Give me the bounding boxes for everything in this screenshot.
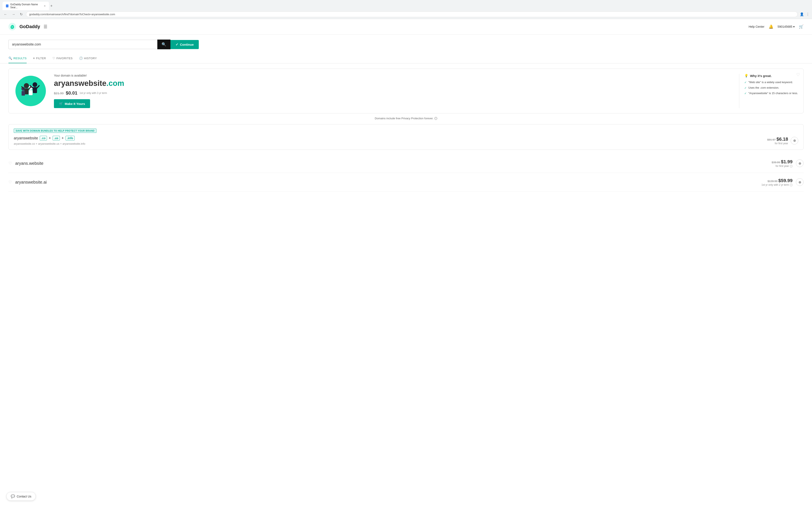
why-reason-1: "Web site" is a widely used keyword. xyxy=(748,80,793,84)
back-button[interactable]: ← xyxy=(3,12,8,17)
why-great-panel: 💡 Why it's great. ✓ "Web site" is a wide… xyxy=(739,74,798,108)
browser-nav: ← → ↻ godaddy.com/domainsearch/find?doma… xyxy=(3,11,809,17)
continue-label: Continue xyxy=(180,43,194,46)
godaddy-logo-text: GoDaddy xyxy=(19,24,40,30)
bundle-row: aryanswebsite .co + .us + .info aryanswe… xyxy=(14,136,798,145)
filter-tab-icon: ≡ xyxy=(33,56,35,60)
list-price-row-2: $139.99 $59.99 xyxy=(761,178,793,183)
search-bar: 🔍 ✓ Continue xyxy=(8,40,199,49)
bundle-orig-price: $91.97 $6.18 xyxy=(767,136,788,142)
results-tab-icon: 🔍 xyxy=(8,56,12,60)
why-great-title: 💡 Why it's great. xyxy=(744,74,798,77)
svg-point-4 xyxy=(33,82,37,87)
make-it-yours-label: Make It Yours xyxy=(65,102,85,106)
cart-icon[interactable]: 🛒 xyxy=(799,24,804,29)
bundle-tld-3: .info xyxy=(66,136,75,140)
help-center-link[interactable]: Help Center xyxy=(749,25,764,29)
list-fav-btn-1[interactable]: ♡ xyxy=(8,161,12,166)
list-domain-name-1: aryans.website xyxy=(15,161,771,166)
bundle-plus-2: + xyxy=(62,136,64,140)
new-tab-button[interactable]: + xyxy=(50,4,53,8)
lightbulb-icon: 💡 xyxy=(744,74,748,77)
privacy-note-text: Domains include free Privacy Protection … xyxy=(375,117,433,120)
list-pricing-2: $139.99 $59.99 1st yr only with 2 yr ter… xyxy=(761,178,793,186)
list-cart-btn-2[interactable]: ⊕ xyxy=(796,178,804,186)
browser-tabs: GoDaddy Domain Name Sear... ✕ + xyxy=(3,2,809,10)
domain-name-display: aryanswebsite.com xyxy=(54,79,739,88)
header-right: Help Center 🔔 590145685 ▾ 🛒 xyxy=(749,24,804,29)
why-reason-2: Uses the .com extension. xyxy=(748,86,779,89)
search-section: 🔍 ✓ Continue xyxy=(0,35,812,49)
list-domain-name-2: aryanswebsite.ai xyxy=(15,180,761,185)
list-period-1: for first year i xyxy=(771,165,793,168)
tabs-nav: 🔍 RESULTS ≡ FILTER ♡ FAVORITES 🕐 HISTORY xyxy=(0,54,812,63)
main-content: ♡ Your domain is avail xyxy=(0,63,812,197)
why-item-1: ✓ "Web site" is a widely used keyword. xyxy=(744,80,798,84)
godaddy-logo-icon xyxy=(8,23,16,31)
sale-price: $0.01 xyxy=(66,90,77,96)
list-pricing-1: $39.99 $1.99 for first year i xyxy=(771,159,793,168)
list-item-aryans-website: ♡ aryans.website $39.99 $1.99 for first … xyxy=(8,154,804,173)
bundle-subtext: aryanswebsite.co + aryanswebsite.us + ar… xyxy=(14,142,85,145)
bundle-cart-icon: ⊕ xyxy=(793,138,796,143)
address-bar[interactable]: godaddy.com/domainsearch/find?domainToCh… xyxy=(26,11,798,17)
pricing-row: $21.99 $0.01 1st yr only with 3 yr term xyxy=(54,90,739,96)
notifications-icon[interactable]: 🔔 xyxy=(769,24,773,29)
tab-results[interactable]: 🔍 RESULTS xyxy=(8,54,27,63)
reload-button[interactable]: ↻ xyxy=(19,11,24,17)
bundle-add-to-cart-button[interactable]: ⊕ xyxy=(791,137,798,145)
list-fav-btn-2[interactable]: ♡ xyxy=(8,180,12,184)
forward-button[interactable]: → xyxy=(11,12,16,17)
bundle-pricing: $91.97 $6.18 for first year xyxy=(767,136,788,145)
list-item-aryanswebsite-ai: ♡ aryanswebsite.ai $139.99 $59.99 1st yr… xyxy=(8,173,804,191)
svg-point-2 xyxy=(24,83,29,88)
list-period-2: 1st yr only with 2 yr term i xyxy=(761,183,793,186)
search-button[interactable]: 🔍 xyxy=(157,40,171,49)
tab-close-btn[interactable]: ✕ xyxy=(44,5,46,7)
profile-button[interactable]: 👤 xyxy=(800,12,804,16)
list-info-icon-2[interactable]: i xyxy=(790,184,793,186)
account-number: 590145685 xyxy=(777,25,792,29)
active-tab[interactable]: GoDaddy Domain Name Sear... ✕ xyxy=(3,2,49,10)
why-item-2: ✓ Uses the .com extension. xyxy=(744,86,798,90)
account-button[interactable]: 590145685 ▾ xyxy=(777,25,795,29)
why-reason-3: "Aryanswebsite" is 15 characters or less… xyxy=(748,92,798,95)
favorites-tab-label: FAVORITES xyxy=(56,57,73,60)
domain-available-card: ♡ Your domain is avail xyxy=(8,68,804,113)
bundle-left: aryanswebsite .co + .us + .info aryanswe… xyxy=(14,136,85,145)
bundle-tld-1: .co xyxy=(40,136,47,140)
results-tab-label: RESULTS xyxy=(13,57,27,60)
logo-area: GoDaddy ☰ xyxy=(8,23,47,31)
history-tab-label: HISTORY xyxy=(84,57,97,60)
domain-list: ♡ aryans.website $39.99 $1.99 for first … xyxy=(8,154,804,191)
tab-title: GoDaddy Domain Name Sear... xyxy=(10,3,42,9)
tab-history[interactable]: 🕐 HISTORY xyxy=(79,54,97,63)
domain-illustration xyxy=(14,74,48,108)
tab-favorites[interactable]: ♡ FAVORITES xyxy=(52,54,73,63)
browser-chrome: GoDaddy Domain Name Sear... ✕ + ← → ↻ go… xyxy=(0,0,812,19)
bundle-badge: SAVE WITH DOMAIN BUNDLES TO HELP PROTECT… xyxy=(14,129,97,133)
privacy-info-icon[interactable]: ⓘ xyxy=(434,117,437,120)
bundle-plus-1: + xyxy=(49,136,51,140)
tab-filter[interactable]: ≡ FILTER xyxy=(33,54,46,63)
tab-favicon xyxy=(6,4,8,7)
list-info-icon-1[interactable]: i xyxy=(790,165,793,168)
list-price-row-1: $39.99 $1.99 xyxy=(771,159,793,165)
more-button[interactable]: ⋮ xyxy=(806,12,809,16)
search-input[interactable] xyxy=(8,40,157,49)
make-it-yours-button[interactable]: 🛒 Make It Yours xyxy=(54,99,90,108)
favorites-tab-icon: ♡ xyxy=(52,56,55,60)
check-icon-2: ✓ xyxy=(744,86,747,90)
hamburger-menu[interactable]: ☰ xyxy=(44,24,47,29)
original-price: $21.99 xyxy=(54,92,64,95)
favorite-button[interactable]: ♡ xyxy=(796,72,800,77)
list-cart-btn-1[interactable]: ⊕ xyxy=(796,160,804,167)
bundle-base: aryanswebsite xyxy=(14,136,38,140)
account-chevron-icon: ▾ xyxy=(793,25,795,29)
available-text: Your domain is available! xyxy=(54,74,739,77)
cart-add-icon: 🛒 xyxy=(59,102,63,106)
domain-info: Your domain is available! aryanswebsite.… xyxy=(54,74,739,108)
continue-button[interactable]: ✓ Continue xyxy=(171,40,199,49)
why-item-3: ✓ "Aryanswebsite" is 15 characters or le… xyxy=(744,92,798,95)
domain-tld: .com xyxy=(106,79,124,88)
